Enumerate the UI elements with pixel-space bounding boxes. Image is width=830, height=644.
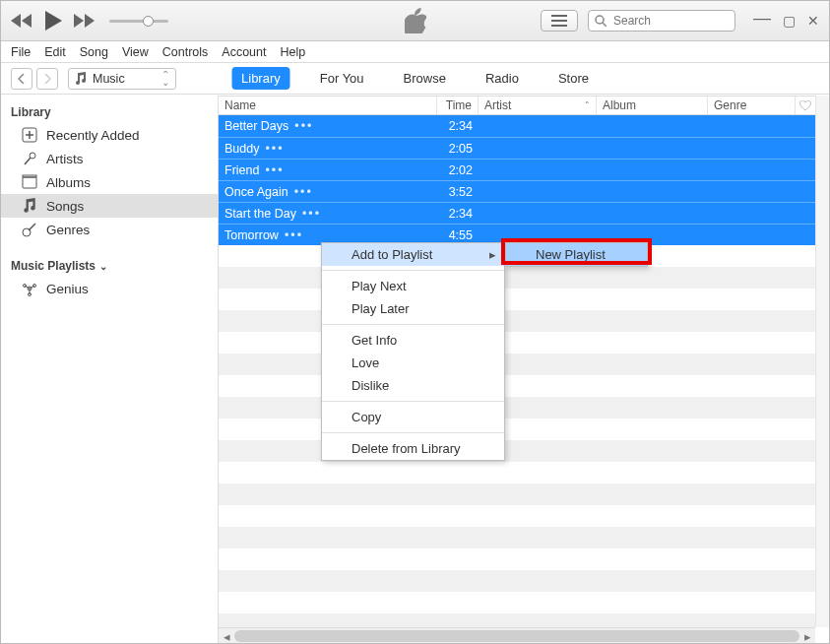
tab-browse[interactable]: Browse <box>394 67 456 90</box>
empty-row <box>219 267 829 289</box>
ctx-separator <box>322 324 504 325</box>
empty-row <box>219 310 829 332</box>
svg-rect-5 <box>23 177 36 188</box>
nav-back-button[interactable] <box>11 68 32 90</box>
sidebar-item-label: Songs <box>46 199 84 214</box>
menu-file[interactable]: File <box>11 45 31 59</box>
empty-row <box>219 505 829 527</box>
toolbar-right: — ▢ ✕ <box>541 10 819 32</box>
sidebar-item-artists[interactable]: Artists <box>1 147 218 170</box>
nav-forward-button[interactable] <box>36 68 58 90</box>
ctx-dislike[interactable]: Dislike <box>322 374 504 397</box>
empty-row <box>219 613 829 627</box>
ctx-copy[interactable]: Copy <box>322 406 504 428</box>
menu-edit[interactable]: Edit <box>44 45 66 59</box>
media-picker-dropdown[interactable]: Music ⌃⌄ <box>68 68 176 90</box>
sidebar-header-label: Music Playlists <box>11 259 96 273</box>
itunes-window: — ▢ ✕ File Edit Song View Controls Accou… <box>0 0 830 644</box>
col-time[interactable]: Time <box>437 97 479 114</box>
more-icon[interactable]: ••• <box>302 207 321 221</box>
ctx-love[interactable]: Love <box>322 352 504 374</box>
empty-row <box>219 354 829 375</box>
sidebar-item-recently-added[interactable]: Recently Added <box>1 123 218 147</box>
song-time-cell: 2:05 <box>437 142 479 156</box>
close-button[interactable]: ✕ <box>807 13 819 29</box>
song-list: Better Days•••2:34Buddy•••2:05Friend•••2… <box>219 115 829 627</box>
scroll-left-icon[interactable]: ◂ <box>219 628 234 644</box>
maximize-button[interactable]: ▢ <box>783 13 796 29</box>
col-album[interactable]: Album <box>597 97 708 114</box>
list-view-button[interactable] <box>541 10 578 32</box>
tab-for-you[interactable]: For You <box>310 67 374 90</box>
note-icon <box>21 198 38 214</box>
ctx-play-next[interactable]: Play Next <box>322 275 504 297</box>
sidebar-header-library: Library <box>1 101 218 123</box>
more-icon[interactable]: ••• <box>294 119 313 133</box>
col-loved[interactable] <box>796 100 815 111</box>
tab-store[interactable]: Store <box>548 67 599 90</box>
sidebar-item-genius[interactable]: Genius <box>1 277 218 300</box>
chevron-down-icon: ⌄ <box>99 261 107 272</box>
mic-icon <box>21 151 38 166</box>
col-genre[interactable]: Genre <box>708 97 796 114</box>
play-button[interactable] <box>42 10 64 32</box>
menu-controls[interactable]: Controls <box>162 45 209 59</box>
sidebar-item-albums[interactable]: Albums <box>1 170 218 194</box>
sidebar-item-songs[interactable]: Songs <box>1 194 218 218</box>
more-icon[interactable]: ••• <box>265 163 284 177</box>
ctx-delete-from-library[interactable]: Delete from Library <box>322 437 504 460</box>
song-row[interactable]: Friend•••2:02 <box>219 159 829 180</box>
volume-control[interactable] <box>109 20 168 23</box>
menu-help[interactable]: Help <box>281 45 306 59</box>
context-menu: Add to Playlist ▸ Play Next Play Later G… <box>321 242 505 461</box>
sidebar-item-label: Recently Added <box>46 128 140 143</box>
empty-row <box>219 592 829 613</box>
svg-line-4 <box>25 158 31 164</box>
minimize-button[interactable]: — <box>753 13 771 29</box>
sidebar-item-genres[interactable]: Genres <box>1 218 218 241</box>
chevron-updown-icon: ⌃⌄ <box>161 71 169 87</box>
song-row[interactable]: Once Again•••3:52 <box>219 180 829 202</box>
scroll-right-icon[interactable]: ▸ <box>799 628 815 644</box>
song-row[interactable]: Buddy•••2:05 <box>219 137 829 159</box>
song-row[interactable]: Start the Day•••2:34 <box>219 202 829 224</box>
sidebar-header-playlists[interactable]: Music Playlists ⌄ <box>1 255 218 277</box>
col-artist[interactable]: Artist ˄ <box>479 97 597 114</box>
prev-button[interactable] <box>11 14 32 28</box>
vertical-scrollbar[interactable] <box>815 96 829 627</box>
empty-row <box>219 462 829 483</box>
ctx-add-to-playlist[interactable]: Add to Playlist ▸ <box>322 243 504 266</box>
search-box[interactable] <box>588 10 735 32</box>
empty-row <box>219 570 829 592</box>
ctx-item-label: Add to Playlist <box>351 247 432 262</box>
menu-song[interactable]: Song <box>80 45 108 59</box>
sidebar-item-label: Genius <box>46 282 89 296</box>
search-input[interactable] <box>611 13 729 29</box>
more-icon[interactable]: ••• <box>285 228 303 242</box>
next-button[interactable] <box>74 14 96 28</box>
media-picker-label: Music <box>93 72 156 86</box>
col-name[interactable]: Name <box>219 97 437 114</box>
ctx-get-info[interactable]: Get Info <box>322 329 504 352</box>
horizontal-scrollbar[interactable]: ◂ ▸ <box>219 627 815 643</box>
ctx-play-later[interactable]: Play Later <box>322 297 504 320</box>
song-row[interactable]: Better Days•••2:34 <box>219 115 829 137</box>
tab-library[interactable]: Library <box>231 67 290 90</box>
col-artist-label: Artist <box>484 98 511 112</box>
ctx-new-playlist[interactable]: New Playlist <box>506 243 647 266</box>
plus-box-icon <box>21 127 38 143</box>
song-time-cell: 2:34 <box>437 119 479 133</box>
menu-account[interactable]: Account <box>222 45 266 59</box>
genius-icon <box>21 281 38 296</box>
song-name-cell: Friend••• <box>219 163 437 177</box>
window-controls: — ▢ ✕ <box>753 13 819 29</box>
scroll-thumb[interactable] <box>234 630 799 642</box>
more-icon[interactable]: ••• <box>294 185 313 199</box>
tab-radio[interactable]: Radio <box>476 67 529 90</box>
sort-asc-icon: ˄ <box>585 100 590 110</box>
menu-view[interactable]: View <box>122 45 149 59</box>
search-icon <box>595 15 607 27</box>
note-icon <box>75 72 87 86</box>
more-icon[interactable]: ••• <box>265 142 284 156</box>
nav-left: Music ⌃⌄ <box>11 68 176 90</box>
